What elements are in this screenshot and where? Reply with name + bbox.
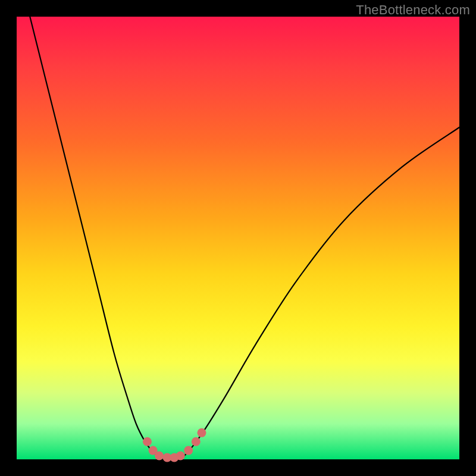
data-point: [184, 446, 193, 455]
data-point: [197, 428, 206, 437]
data-point: [155, 452, 164, 461]
data-point: [176, 452, 185, 461]
data-point: [143, 437, 152, 446]
chart-svg: [17, 17, 459, 459]
watermark-text: TheBottleneck.com: [356, 2, 470, 18]
plot-area: [17, 17, 459, 459]
data-point: [192, 437, 201, 446]
curve-left: [30, 17, 158, 459]
highlighted-points: [143, 428, 206, 462]
chart-frame: TheBottleneck.com: [0, 0, 476, 476]
curve-right: [180, 127, 459, 459]
